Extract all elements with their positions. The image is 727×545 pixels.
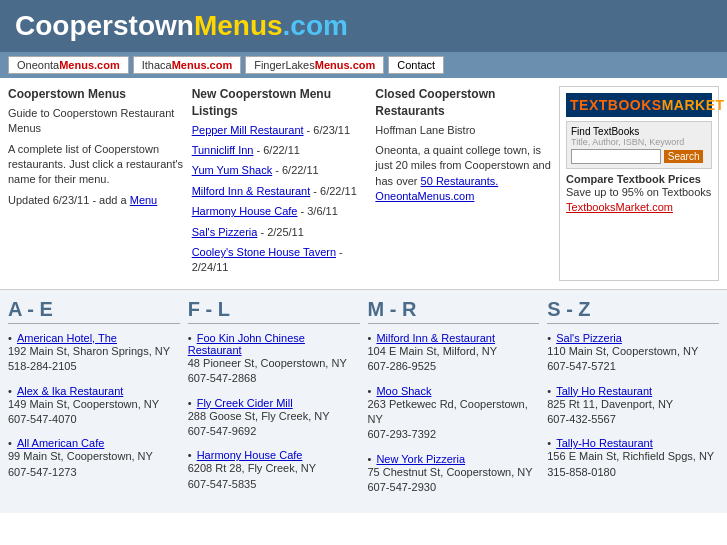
restaurant-address: 149 Main St, Cooperstown, NY607-547-4070 — [8, 397, 180, 428]
dir-entry: • Fly Creek Cider Mill288 Goose St, Fly … — [188, 397, 360, 440]
dir-entry: • Sal's Pizzeria110 Main St, Cooperstown… — [547, 332, 719, 375]
main-content-area: Cooperstown Menus Guide to Cooperstown R… — [0, 78, 727, 290]
intro-body: A complete list of Cooperstown restauran… — [8, 142, 184, 188]
title-menus: Menus — [194, 10, 283, 41]
bullet-icon: • — [368, 385, 375, 397]
bullet-icon: • — [188, 332, 195, 344]
bullet-icon: • — [8, 437, 15, 449]
new-listing-item: Sal's Pizzeria - 2/25/11 — [192, 225, 368, 240]
nav-suffix: Menus.com — [59, 59, 120, 71]
new-listing-link[interactable]: Cooley's Stone House Tavern — [192, 246, 336, 258]
nav-prefix: FingerLakes — [254, 59, 315, 71]
title-cooperstown: Cooperstown — [15, 10, 194, 41]
bullet-icon: • — [547, 332, 554, 344]
closed-heading: Closed Cooperstown Restaurants — [375, 86, 551, 120]
dir-entry: • All American Cafe99 Main St, Coopersto… — [8, 437, 180, 480]
restaurant-address: 263 Petkewec Rd, Cooperstown, NY607-293-… — [368, 397, 540, 443]
restaurant-link[interactable]: American Hotel, The — [17, 332, 117, 344]
ad-site-link[interactable]: TextbooksMarket.com — [566, 201, 673, 213]
bullet-icon: • — [547, 385, 554, 397]
restaurant-address: 48 Pioneer St, Cooperstown, NY607-547-28… — [188, 356, 360, 387]
restaurant-address: 288 Goose St, Fly Creek, NY607-547-9692 — [188, 409, 360, 440]
dir-entry: • Tally-Ho Restaurant156 E Main St, Rich… — [547, 437, 719, 480]
restaurant-link[interactable]: Tally-Ho Restaurant — [556, 437, 653, 449]
oneonta-site-link[interactable]: OneontaMenus.com — [375, 190, 474, 202]
restaurant-address: 104 E Main St, Milford, NY607-286-9525 — [368, 344, 540, 375]
dir-entry: • Alex & Ika Restaurant149 Main St, Coop… — [8, 385, 180, 428]
new-listing-link[interactable]: Pepper Mill Restaurant — [192, 124, 304, 136]
ad-search-button[interactable]: Search — [664, 150, 704, 163]
restaurant-address: 156 E Main St, Richfield Spgs, NY315-858… — [547, 449, 719, 480]
dir-entry: • Milford Inn & Restaurant104 E Main St,… — [368, 332, 540, 375]
oneonta-link[interactable]: 50 Restaurants. — [421, 175, 499, 187]
restaurant-link[interactable]: Sal's Pizzeria — [556, 332, 622, 344]
restaurant-link[interactable]: Milford Inn & Restaurant — [376, 332, 495, 344]
new-listings-list: Pepper Mill Restaurant - 6/23/11Tunnicli… — [192, 123, 368, 276]
nav-prefix: Ithaca — [142, 59, 172, 71]
new-listing-date: - 3/6/11 — [297, 205, 337, 217]
directory-column: A - E• American Hotel, The192 Main St, S… — [8, 298, 180, 506]
new-listing-item: Cooley's Stone House Tavern - 2/24/11 — [192, 245, 368, 276]
restaurant-link[interactable]: New York Pizzeria — [376, 453, 465, 465]
new-listings-heading: New Cooperstown Menu Listings — [192, 86, 368, 120]
restaurant-address: 110 Main St, Cooperstown, NY607-547-5721 — [547, 344, 719, 375]
nav-item[interactable]: FingerLakesMenus.com — [245, 56, 384, 74]
new-listing-item: Harmony House Cafe - 3/6/11 — [192, 204, 368, 219]
dir-range-heading: A - E — [8, 298, 180, 324]
nav-prefix: Oneonta — [17, 59, 59, 71]
new-listing-date: - 2/25/11 — [257, 226, 303, 238]
restaurant-link[interactable]: Moo Shack — [376, 385, 431, 397]
dir-entry: • Harmony House Cafe6208 Rt 28, Fly Cree… — [188, 449, 360, 492]
restaurant-link[interactable]: Tally Ho Restaurant — [556, 385, 652, 397]
restaurant-address: 75 Chestnut St, Cooperstown, NY607-547-2… — [368, 465, 540, 496]
add-menu-link[interactable]: Menu — [130, 194, 158, 206]
restaurant-link[interactable]: Foo Kin John Chinese Restaurant — [188, 332, 305, 356]
nav-suffix: Menus.com — [172, 59, 233, 71]
ad-title: TEXTBOOKSMARKET — [566, 93, 712, 117]
new-listing-item: Pepper Mill Restaurant - 6/23/11 — [192, 123, 368, 138]
nav-item[interactable]: OneontaMenus.com — [8, 56, 129, 74]
bullet-icon: • — [8, 385, 15, 397]
new-listing-link[interactable]: Harmony House Cafe — [192, 205, 298, 217]
restaurant-link[interactable]: All American Cafe — [17, 437, 104, 449]
new-listing-link[interactable]: Tunnicliff Inn — [192, 144, 254, 156]
ad-compare-text: Compare Textbook Prices — [566, 173, 712, 185]
directory-section: A - E• American Hotel, The192 Main St, S… — [0, 290, 727, 514]
restaurant-address: 825 Rt 11, Davenport, NY607-432-5567 — [547, 397, 719, 428]
closed-column: Closed Cooperstown Restaurants Hoffman L… — [375, 86, 551, 281]
new-listing-date: - 6/22/11 — [272, 164, 318, 176]
nav-suffix: Menus.com — [315, 59, 376, 71]
title-dotcom: .com — [283, 10, 348, 41]
new-listing-date: - 6/22/11 — [310, 185, 356, 197]
restaurant-link[interactable]: Alex & Ika Restaurant — [17, 385, 123, 397]
closed-body: Oneonta, a quaint college town, is just … — [375, 143, 551, 205]
directory-column: S - Z• Sal's Pizzeria110 Main St, Cooper… — [547, 298, 719, 506]
closed-list: Hoffman Lane Bistro — [375, 123, 551, 138]
ad-title-text: TEXTBOOKS — [570, 97, 662, 113]
ad-search-label: Find TextBooks — [571, 126, 707, 137]
new-listing-link[interactable]: Milford Inn & Restaurant — [192, 185, 311, 197]
new-listings-column: New Cooperstown Menu Listings Pepper Mil… — [192, 86, 368, 281]
restaurant-link[interactable]: Fly Creek Cider Mill — [197, 397, 293, 409]
restaurant-address: 99 Main St, Cooperstown, NY607-547-1273 — [8, 449, 180, 480]
new-listing-date: - 6/22/11 — [253, 144, 299, 156]
bullet-icon: • — [188, 397, 195, 409]
bullet-icon: • — [8, 332, 15, 344]
nav-item[interactable]: Contact — [388, 56, 444, 74]
directory-column: F - L• Foo Kin John Chinese Restaurant48… — [188, 298, 360, 506]
new-listing-item: Yum Yum Shack - 6/22/11 — [192, 163, 368, 178]
ad-search-input[interactable] — [571, 149, 661, 164]
intro-subheading: Guide to Cooperstown Restaurant Menus — [8, 106, 184, 137]
new-listing-link[interactable]: Sal's Pizzeria — [192, 226, 258, 238]
dir-entry: • American Hotel, The192 Main St, Sharon… — [8, 332, 180, 375]
bullet-icon: • — [368, 453, 375, 465]
dir-entry: • Foo Kin John Chinese Restaurant48 Pion… — [188, 332, 360, 387]
restaurant-address: 192 Main St, Sharon Springs, NY518-284-2… — [8, 344, 180, 375]
bullet-icon: • — [188, 449, 195, 461]
nav-item[interactable]: IthacaMenus.com — [133, 56, 241, 74]
dir-range-heading: M - R — [368, 298, 540, 324]
new-listing-item: Tunnicliff Inn - 6/22/11 — [192, 143, 368, 158]
new-listing-link[interactable]: Yum Yum Shack — [192, 164, 273, 176]
site-title: CooperstownMenus.com — [15, 10, 712, 42]
restaurant-link[interactable]: Harmony House Cafe — [197, 449, 303, 461]
